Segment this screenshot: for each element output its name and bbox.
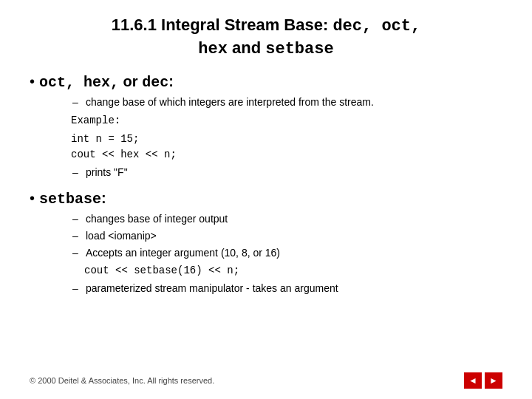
title-line1-code: dec, oct, <box>332 17 420 35</box>
bullet2-last-text: parameterized stream manipulator - takes… <box>86 282 338 294</box>
prev-button[interactable]: ◄ <box>464 372 482 389</box>
bullet-section-1: • oct, hex, or dec: change base of which… <box>30 73 502 180</box>
footer: © 2000 Deitel & Associates, Inc. All rig… <box>30 372 502 389</box>
bullet1-header: • oct, hex, or dec: <box>30 73 502 95</box>
bullet2-code-line: cout << setbase(16) << n; <box>84 263 502 279</box>
bullet1-item1: change base of which integers are interp… <box>72 95 502 110</box>
bullet1-item1-text: change base of which integers are interp… <box>86 96 374 108</box>
bullet2-header: • setbase: <box>30 190 502 212</box>
bullet1-prints-text: prints "F" <box>86 166 128 178</box>
title-line1-text: 11.6.1 Integral Stream Base: <box>112 16 333 34</box>
prev-arrow-icon: ◄ <box>468 376 477 385</box>
bullet2-item3-text: Accepts an integer argument (10, 8, or 1… <box>86 247 280 259</box>
bullet2-last-list: parameterized stream manipulator - takes… <box>58 282 502 296</box>
title-line2-code1: hex <box>198 40 228 58</box>
next-button[interactable]: ► <box>485 372 502 389</box>
bullet2-setbase: setbase <box>39 191 101 208</box>
bullet1-content: change base of which integers are interp… <box>58 95 502 180</box>
bullet1-code-block: int n = 15; cout << hex << n; <box>71 132 502 163</box>
bullet2-last-item: parameterized stream manipulator - takes… <box>72 282 502 296</box>
title-line2-and: and <box>228 38 265 57</box>
bullet1-prints-item: prints "F" <box>72 166 502 180</box>
bullet2-item2: load <iomanip> <box>72 229 502 244</box>
bullet2-item1: changes base of integer output <box>72 212 502 227</box>
bullet1-code2: dec <box>142 74 168 91</box>
code-line-2: cout << hex << n; <box>71 147 502 163</box>
bullet2-content: changes base of integer output load <iom… <box>58 212 502 296</box>
code-line-1: int n = 15; <box>71 132 502 147</box>
bullet1-or: or <box>119 73 142 89</box>
slide: 11.6.1 Integral Stream Base: dec, oct, h… <box>0 0 532 399</box>
bullet2-item1-text: changes base of integer output <box>86 213 228 225</box>
bullet2-colon: : <box>101 190 106 206</box>
copyright-text: © 2000 Deitel & Associates, Inc. All rig… <box>30 376 214 385</box>
title-line2-setbase: setbase <box>265 40 333 58</box>
slide-title: 11.6.1 Integral Stream Base: dec, oct, h… <box>30 15 502 60</box>
bullet2-item3: Accepts an integer argument (10, 8, or 1… <box>72 246 502 261</box>
bullet-section-2: • setbase: changes base of integer outpu… <box>30 190 502 296</box>
next-arrow-icon: ► <box>489 376 498 385</box>
bullet1-code1: oct, hex, <box>39 74 119 91</box>
bullet1-sublist: change base of which integers are interp… <box>58 95 502 110</box>
bullet2-sublist: changes base of integer output load <iom… <box>58 212 502 260</box>
bullet1-prints-list: prints "F" <box>58 166 502 180</box>
nav-buttons: ◄ ► <box>464 372 502 389</box>
bullet1-colon: : <box>168 73 174 89</box>
bullet2-item2-text: load <iomanip> <box>86 230 157 242</box>
bullet1-example-label: Example: <box>71 113 502 129</box>
